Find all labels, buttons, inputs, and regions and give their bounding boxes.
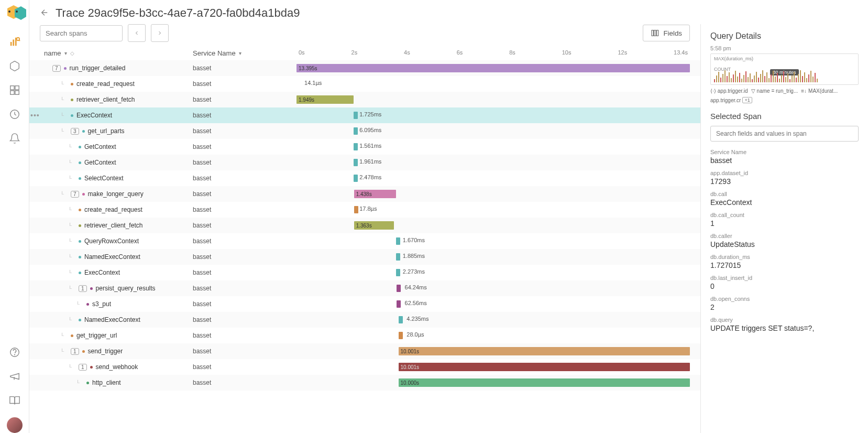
span-service: basset	[193, 269, 296, 276]
span-color-dot	[82, 350, 85, 353]
child-count-badge[interactable]: 3	[71, 128, 79, 135]
span-service: basset	[193, 206, 296, 213]
span-row[interactable]: └NamedExecContextbasset1.885ms	[29, 249, 700, 265]
span-name: get_url_parts	[88, 127, 125, 135]
span-row[interactable]: └QueryRowxContextbasset1.670ms	[29, 233, 700, 249]
duration-tick[interactable]	[354, 175, 358, 182]
span-row[interactable]: └1send_triggerbasset10.001s	[29, 343, 700, 359]
span-row[interactable]: └ExecContextbasset2.273ms	[29, 265, 700, 280]
duration-tick[interactable]	[354, 112, 358, 119]
span-row[interactable]: └1send_webhookbasset10.001s	[29, 359, 700, 375]
duration-tick[interactable]	[354, 206, 358, 213]
app-logo-icon[interactable]	[3, 4, 26, 23]
field-row[interactable]: db.open_conns2	[710, 296, 859, 311]
field-row[interactable]: db.call_count1	[710, 212, 859, 228]
span-row[interactable]: └3get_url_partsbasset6.095ms	[29, 123, 700, 139]
back-button[interactable]	[40, 8, 49, 19]
span-service: basset	[193, 300, 296, 308]
span-color-dot	[79, 319, 81, 321]
duration-tick[interactable]	[399, 332, 403, 339]
duration-bar-label: 10.001s	[401, 349, 420, 354]
span-row[interactable]: └create_read_requestbasset14.1µs	[29, 76, 700, 92]
alerts-icon[interactable]	[7, 131, 22, 146]
user-avatar[interactable]	[7, 417, 23, 433]
svg-rect-12	[15, 91, 18, 94]
duration-bar[interactable]: 10.001s	[399, 363, 690, 371]
span-row[interactable]: └create_read_requestbasset17.8µs	[29, 202, 700, 218]
duration-bar-label: 1.949s	[299, 97, 314, 103]
span-color-dot	[79, 224, 81, 227]
child-count-badge[interactable]: 7	[52, 65, 61, 72]
field-row[interactable]: db.callExecContext	[710, 191, 859, 207]
duration-bar[interactable]: 10.001s	[399, 347, 690, 355]
field-row[interactable]: db.callerUpdateStatus	[710, 233, 859, 248]
child-count-badge[interactable]: 1	[79, 285, 87, 292]
duration-bar[interactable]: 10.000s	[399, 378, 690, 387]
field-row[interactable]: db.queryUPDATE triggers SET status=?,	[710, 317, 859, 332]
duration-tick[interactable]	[397, 300, 401, 308]
column-name-header[interactable]: name ▾ ◇	[40, 49, 193, 57]
span-row[interactable]: └http_clientbasset10.000s	[29, 375, 700, 391]
field-search-input[interactable]	[710, 126, 859, 142]
span-color-dot	[79, 161, 81, 164]
boards-icon[interactable]	[7, 83, 22, 98]
mini-chart[interactable]: MAX(duration_ms) COUNT 30 minutes	[710, 53, 859, 85]
duration-bar[interactable]: 1.363s	[354, 221, 394, 230]
field-row[interactable]: app.dataset_id17293	[710, 170, 859, 186]
filter-pill[interactable]: app.trigger.cr+1	[710, 97, 752, 103]
span-service: basset	[193, 64, 296, 72]
span-row[interactable]: └get_trigger_urlbasset28.0µs	[29, 328, 700, 343]
filter-pill[interactable]: ⟨·⟩app.trigger.id	[710, 88, 748, 94]
duration-label: 1.725ms	[359, 111, 381, 117]
docs-icon[interactable]	[7, 393, 22, 408]
history-icon[interactable]	[7, 107, 22, 122]
help-icon[interactable]	[7, 345, 22, 360]
span-row[interactable]: └retriever_client_fetchbasset1.949s	[29, 92, 700, 107]
duration-tick[interactable]	[354, 127, 358, 135]
span-row[interactable]: •••└ExecContextbasset1.725ms	[29, 107, 700, 123]
span-color-dot	[79, 209, 81, 211]
filter-pill[interactable]: ≡↓MAX(durat...	[801, 88, 838, 94]
child-count-badge[interactable]: 1	[71, 348, 79, 355]
duration-tick[interactable]	[396, 253, 400, 261]
span-row[interactable]: 7run_trigger_detailedbasset13.395s	[29, 60, 700, 76]
duration-bar[interactable]: 1.438s	[354, 190, 396, 198]
child-count-badge[interactable]: 7	[71, 191, 79, 198]
field-row[interactable]: db.last_insert_id0	[710, 275, 859, 290]
filter-pill[interactable]: ▽name = run_trig...	[751, 88, 798, 94]
span-row[interactable]: └1persist_query_resultsbasset64.24ms	[29, 280, 700, 296]
duration-tick[interactable]	[354, 143, 358, 150]
search-spans-input[interactable]	[40, 25, 123, 41]
column-service-header[interactable]: Service Name ▾	[193, 49, 296, 57]
field-row[interactable]: db.duration_ms1.727015	[710, 254, 859, 269]
span-row[interactable]: └GetContextbasset1.961ms	[29, 155, 700, 170]
row-actions-icon[interactable]: •••	[30, 111, 40, 120]
span-row[interactable]: └GetContextbasset1.561ms	[29, 139, 700, 155]
datasets-icon[interactable]	[7, 59, 22, 73]
fields-button[interactable]: Fields	[643, 25, 690, 41]
span-row[interactable]: └SelectContextbasset2.478ms	[29, 170, 700, 186]
duration-label: 17.8µs	[359, 205, 377, 212]
fields-label: Fields	[663, 29, 682, 37]
duration-label: 64.24ms	[405, 284, 427, 290]
query-icon[interactable]	[7, 35, 22, 49]
duration-tick[interactable]	[396, 269, 400, 276]
svg-point-15	[14, 354, 15, 355]
announce-icon[interactable]	[7, 369, 22, 384]
field-row[interactable]: Service Namebasset	[710, 149, 859, 165]
field-label: db.call_count	[710, 212, 859, 218]
next-button[interactable]	[151, 24, 169, 42]
child-count-badge[interactable]: 1	[79, 364, 87, 371]
span-row[interactable]: └7make_longer_querybasset1.438s	[29, 186, 700, 202]
duration-tick[interactable]	[399, 316, 403, 323]
duration-bar[interactable]: 13.395s	[296, 64, 690, 72]
span-row[interactable]: └NamedExecContextbasset4.235ms	[29, 312, 700, 328]
duration-tick[interactable]	[397, 285, 401, 292]
prev-button[interactable]	[128, 24, 146, 42]
duration-tick[interactable]	[354, 159, 358, 166]
duration-bar[interactable]: 1.949s	[296, 95, 354, 104]
span-row[interactable]: └retriever_client_fetchbasset1.363s	[29, 218, 700, 233]
span-row[interactable]: └s3_putbasset62.56ms	[29, 296, 700, 312]
span-service: basset	[193, 175, 296, 182]
duration-tick[interactable]	[396, 237, 400, 245]
